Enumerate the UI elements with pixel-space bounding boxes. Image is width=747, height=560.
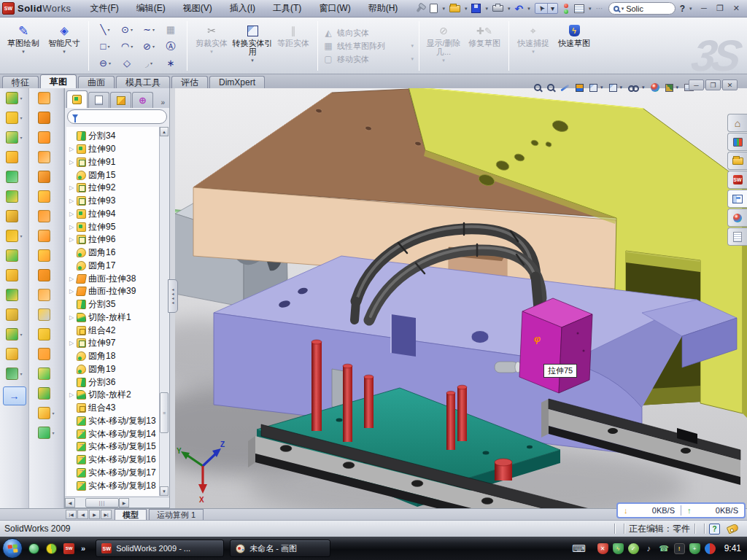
line-tool[interactable]: ╲▾ <box>94 21 116 38</box>
tab-prev-button[interactable]: ◀ <box>77 510 88 519</box>
restore-button[interactable]: ❐ <box>716 4 724 13</box>
surface-tool-button[interactable]: ▾ <box>29 305 63 324</box>
repair-sketch-button[interactable]: ✚✎ 修复草图 <box>464 20 505 72</box>
configuration-manager-tab[interactable] <box>110 92 131 108</box>
dimxpert-manager-tab[interactable]: ⊕ <box>132 92 153 108</box>
new-document-icon[interactable] <box>430 4 438 13</box>
display-delete-relations-button[interactable]: ⊘ 显示/删除几...▾ <box>423 20 464 72</box>
slot-tool[interactable]: ⊖▾ <box>94 55 116 71</box>
panel-splitter-handle[interactable]: ◂◂◂◂ <box>168 279 178 313</box>
surface-tool-button[interactable]: ▾ <box>29 147 63 167</box>
quicklaunch-app-icon[interactable] <box>46 543 57 554</box>
dynamic-view-icon[interactable] <box>560 84 569 91</box>
linear-pattern-button[interactable]: ▦线性草图阵列▾ <box>323 41 414 52</box>
panel-overflow-chevron[interactable]: » <box>160 98 168 108</box>
tray-update-icon[interactable]: ✓ <box>628 543 639 554</box>
resources-home-tab[interactable]: ⌂ <box>727 114 747 132</box>
tab-features[interactable]: 特征 <box>2 76 39 88</box>
menu-edit[interactable]: 编辑(E) <box>136 2 166 15</box>
expand-arrow-icon[interactable]: ▷ <box>69 288 74 295</box>
doc-minimize-button[interactable]: ─ <box>689 79 704 90</box>
open-icon[interactable] <box>449 5 460 12</box>
select-tool-button[interactable]: ➤▾ <box>535 3 558 14</box>
feature-tree-item[interactable]: ▷ 组合43 <box>66 402 159 415</box>
mirror-entities-button[interactable]: ◭镜向实体 <box>323 28 414 39</box>
feature-tree-item[interactable]: ▷ 曲面-拉伸39 <box>66 285 159 298</box>
feature-tool-button[interactable]: ▾ <box>0 226 28 246</box>
feature-tree-item[interactable]: ▷ 拉伸90 <box>66 143 159 156</box>
display-style-icon[interactable] <box>609 84 617 92</box>
feature-tree-item[interactable]: ▷ 曲面-拉伸38 <box>66 272 159 285</box>
magenta-block-part[interactable] <box>519 298 592 393</box>
feature-manager-tab[interactable] <box>66 90 88 108</box>
rapid-sketch-button[interactable]: ϟ 快速草图 <box>554 20 595 72</box>
active-tool-button[interactable]: → <box>3 386 26 405</box>
expand-arrow-icon[interactable]: ▷ <box>69 314 74 321</box>
file-explorer-tab[interactable]: SW <box>727 171 747 189</box>
property-manager-tab[interactable] <box>88 92 109 108</box>
silver-post-part[interactable] <box>332 369 344 409</box>
feature-tree-item[interactable]: ▷ 切除-放样1 <box>66 311 159 324</box>
silver-pin-part[interactable] <box>495 362 521 373</box>
surface-tool-button[interactable]: ▾ <box>29 384 63 403</box>
tab-sketch[interactable]: 草图 <box>40 74 77 88</box>
tray-volume-icon[interactable]: ♪ <box>643 543 654 554</box>
text-tool[interactable]: Ⓐ <box>160 38 182 55</box>
surface-tool-button[interactable]: ▾ <box>29 128 63 147</box>
feature-tree-item[interactable]: ▷ 圆角16 <box>66 246 159 260</box>
tray-network-warning-icon[interactable]: ! <box>674 543 685 554</box>
tab-dimxpert[interactable]: DimXpert <box>209 76 265 88</box>
design-library-tab[interactable] <box>727 152 747 170</box>
expand-arrow-icon[interactable]: ▷ <box>69 146 74 152</box>
search-box[interactable]: ▾ Solic <box>608 2 676 15</box>
save-icon[interactable] <box>471 4 481 13</box>
model-tab[interactable]: 模型 <box>115 509 147 520</box>
print-icon[interactable] <box>492 5 503 12</box>
feature-tree-item[interactable]: ▷ 拉伸91 <box>66 156 159 169</box>
feature-tree-item[interactable]: ▷ 实体-移动/复制18 <box>66 479 159 492</box>
feature-tool-button[interactable]: ▾ <box>0 206 28 226</box>
surface-tool-button[interactable]: ▾ <box>29 285 63 305</box>
tab-last-button[interactable]: ▶| <box>101 510 112 519</box>
surface-tool-button[interactable]: ▾ <box>29 344 63 364</box>
taskbar-clock[interactable]: 9:41 <box>724 543 741 553</box>
quicklaunch-expand-chevron[interactable]: » <box>81 544 85 553</box>
feature-tree-item[interactable]: ▷ 分割35 <box>66 298 159 311</box>
tab-first-button[interactable]: |◀ <box>66 510 77 519</box>
feature-tool-button[interactable]: ▾ <box>0 285 28 305</box>
scroll-left-button[interactable]: ◀ <box>65 498 75 508</box>
pin-icon[interactable] <box>417 4 423 12</box>
expand-arrow-icon[interactable]: ▷ <box>69 198 74 204</box>
tray-security-alert-icon[interactable]: ✕ <box>597 543 608 554</box>
surface-tool-button[interactable]: ▾ <box>29 364 63 384</box>
feature-tool-button[interactable]: ▾ <box>0 108 28 128</box>
surface-tool-button[interactable]: ▾ <box>29 206 63 226</box>
feature-tool-button[interactable]: ▾ <box>0 364 28 384</box>
appearances-icon[interactable] <box>651 83 659 92</box>
sw-resources-tab[interactable] <box>727 133 747 151</box>
surface-tool-button[interactable]: ▾ <box>29 187 63 206</box>
start-button[interactable] <box>2 538 23 559</box>
feature-tree-item[interactable]: ▷ 拉伸94 <box>66 208 159 221</box>
circle-tool[interactable]: ⊙▾ <box>116 21 138 38</box>
status-help-icon[interactable]: ? <box>709 524 720 534</box>
tray-messenger-icon[interactable]: ☎ <box>659 543 670 554</box>
expand-arrow-icon[interactable]: ▷ <box>69 340 74 346</box>
feature-tree-item[interactable]: ▷ 拉伸95 <box>66 220 159 233</box>
help-button[interactable]: ? <box>680 4 685 14</box>
hide-show-items-icon[interactable] <box>628 85 639 90</box>
scroll-thumb[interactable]: ≡ <box>160 392 169 433</box>
feature-tree-item[interactable]: ▷ 拉伸97 <box>66 337 159 350</box>
view-palette-tab[interactable] <box>727 190 747 208</box>
ellipse-tool[interactable]: ⊘▾ <box>138 38 160 55</box>
expand-arrow-icon[interactable]: ▷ <box>69 276 74 282</box>
scroll-right-button[interactable]: ▶ <box>119 498 129 508</box>
minimize-button[interactable]: ─ <box>701 4 707 13</box>
sketch-button[interactable]: ✎ 草图绘制▾ <box>3 20 44 72</box>
tree-horizontal-scrollbar[interactable]: ◀ ||| ▶ <box>65 497 169 508</box>
close-button[interactable]: ✕ <box>733 4 740 13</box>
surface-tool-button[interactable]: ▾ <box>29 108 63 128</box>
feature-tool-button[interactable]: ▾ <box>0 305 28 324</box>
move-entities-button[interactable]: ▢移动实体▾ <box>323 54 414 65</box>
feature-tree-item[interactable]: ▷ 圆角17 <box>66 260 159 273</box>
